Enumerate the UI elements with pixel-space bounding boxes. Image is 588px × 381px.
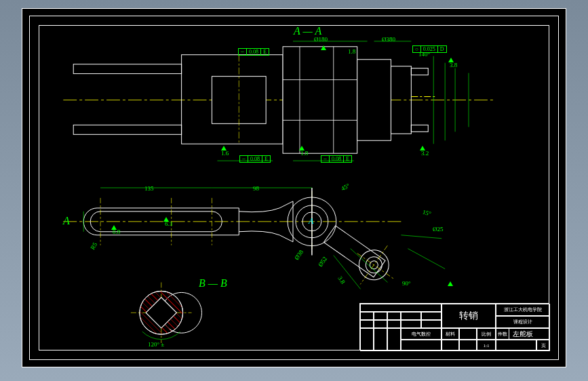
gdt-datum-2: E bbox=[344, 156, 351, 162]
drawing-frame: A — A B — B A A Ø180 Ø380 1.8 3.8 140° 3… bbox=[22, 8, 566, 367]
gdt-tol-4: 0.08 bbox=[247, 49, 261, 55]
tb-scale: 比例 bbox=[477, 328, 496, 340]
gdt-sym-4: ⏤ bbox=[239, 49, 247, 55]
gdt-sym-2: ⏤ bbox=[321, 156, 330, 162]
gdt-datum-4: E bbox=[261, 49, 269, 55]
dim-bb-angle: 120° ± bbox=[148, 341, 164, 348]
gdt-box-2: ⏤ 0.08 E bbox=[321, 155, 352, 163]
surface-finish-4 bbox=[321, 44, 326, 52]
tb-drawing-no: 电气数控 bbox=[401, 328, 442, 340]
surface-finish-7 bbox=[111, 224, 117, 231]
gdt-sym-1: ⏤ bbox=[240, 156, 248, 162]
gdt-datum-1: E bbox=[262, 156, 270, 162]
section-bb-label: B — B bbox=[199, 277, 227, 289]
tb-page: 页 bbox=[536, 340, 550, 351]
tb-num: 1:1 bbox=[477, 340, 496, 351]
dim-d1: Ø180 bbox=[314, 36, 328, 43]
surface-finish-3 bbox=[420, 144, 425, 152]
title-block: 电气数控 转销 材料 比例 1:1 浙江工大机电学院 课程设计 左舵板 页 件数 bbox=[359, 303, 549, 350]
gdt-box-3: ○ 0.025 D bbox=[412, 45, 447, 53]
dim-d2: Ø380 bbox=[382, 36, 395, 43]
tb-material: 材料 bbox=[442, 328, 459, 340]
section-a-mid: A bbox=[309, 216, 313, 226]
surface-finish-5 bbox=[448, 56, 454, 64]
surface-finish-6 bbox=[163, 216, 169, 223]
gdt-tol-1: 0.08 bbox=[248, 156, 262, 162]
tb-part-name: 转销 bbox=[442, 304, 496, 328]
surface-finish-1 bbox=[221, 144, 227, 152]
gdt-box-4: ⏤ 0.08 E bbox=[238, 48, 269, 56]
dim-hole1: Ø25 bbox=[433, 226, 444, 233]
dim-len2: 98 bbox=[253, 185, 259, 192]
dim-ang3: 90° bbox=[402, 280, 411, 287]
section-a-left: A bbox=[63, 215, 70, 227]
tb-school: 浙江工大机电学院 bbox=[496, 304, 550, 316]
surface-finish-8 bbox=[448, 280, 453, 287]
tb-count: 件数 bbox=[496, 328, 509, 340]
gdt-sym-3: ○ bbox=[413, 46, 421, 52]
surface-finish-2 bbox=[299, 144, 305, 152]
gdt-tol-2: 0.08 bbox=[330, 156, 344, 162]
gdt-box-1: ⏤ 0.08 E bbox=[239, 155, 271, 163]
tb-course: 课程设计 bbox=[496, 316, 550, 328]
gdt-datum-3: D bbox=[438, 46, 446, 52]
dim-d4: 1.8 bbox=[348, 48, 355, 55]
inner-border bbox=[39, 25, 549, 350]
gdt-tol-3: 0.025 bbox=[421, 46, 438, 52]
dim-len1: 135 bbox=[144, 185, 154, 192]
